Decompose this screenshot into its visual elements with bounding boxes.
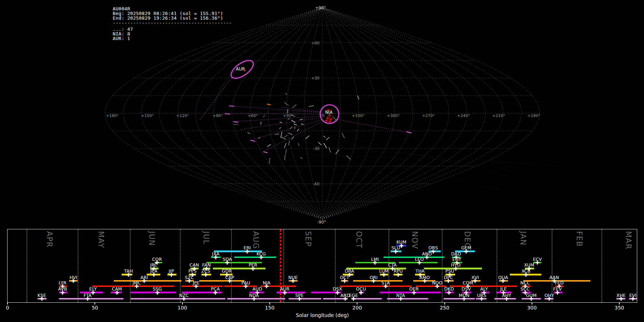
shower-label: EVI xyxy=(629,293,636,298)
meteor-dash xyxy=(324,143,327,148)
meteor-dash xyxy=(295,126,295,129)
lat-tick-label: +30 xyxy=(311,76,319,80)
meteor-dash xyxy=(291,120,296,123)
shower-bar xyxy=(353,280,402,282)
shower-label: ERI xyxy=(244,245,251,250)
faint-trace xyxy=(317,150,499,189)
shower-label: DSX xyxy=(333,287,342,291)
meteor-dash xyxy=(301,124,303,125)
meteor-dash xyxy=(263,115,265,117)
shower-label: RPU xyxy=(394,269,402,273)
trail-mark xyxy=(406,132,411,133)
shower-bar xyxy=(199,280,244,282)
shower-bar xyxy=(384,257,444,258)
shower-label: KCG xyxy=(257,252,266,256)
pole-label-north: +90° xyxy=(315,5,326,10)
shower-bar xyxy=(416,286,447,287)
lon-tick-label: +90° xyxy=(213,113,223,118)
axis-tick-label: 250 xyxy=(440,305,449,311)
shower-label: AAN xyxy=(549,275,559,280)
trail-mark xyxy=(263,152,268,153)
nia-trail xyxy=(233,116,321,122)
shower-label: EGE xyxy=(349,293,358,298)
meteor-dash xyxy=(336,150,339,154)
shower-label: XVI xyxy=(472,275,479,280)
month-label: JUN xyxy=(147,231,156,246)
radiant-label-nia: NIA xyxy=(325,110,333,115)
header-line: AUR: 1 xyxy=(113,36,232,41)
shower-label: SPE xyxy=(295,293,303,298)
shower-bar xyxy=(227,298,285,300)
shower-label: XUM xyxy=(524,263,535,267)
shower-label: OHY xyxy=(545,293,554,298)
shower-bar xyxy=(234,257,276,258)
faint-trace xyxy=(279,133,514,171)
lat-tick-label: +60 xyxy=(311,41,319,45)
faint-trace xyxy=(318,119,517,145)
meteor-dash xyxy=(306,136,309,139)
meteor-dash xyxy=(284,143,286,148)
month-label: JAN xyxy=(519,231,527,245)
shower-label: THA xyxy=(415,269,425,273)
activity-timeline-plot: APRMAYJUNJULAUGSEPOCTNOVDECJANFEBMARKSEL… xyxy=(7,229,637,303)
shower-label: GDR xyxy=(222,269,232,273)
shower-label: ARI xyxy=(141,275,148,280)
axis-tick xyxy=(94,302,95,304)
meteor-dash xyxy=(297,129,299,131)
axis-tick-label: 200 xyxy=(352,305,362,311)
axis-tick xyxy=(444,302,445,304)
shower-bar xyxy=(59,298,123,300)
lon-tick-label: +180° xyxy=(527,113,540,118)
shower-label: GUM xyxy=(526,293,537,298)
shower-label: FED xyxy=(555,280,564,285)
shower-label: LEO xyxy=(415,257,424,262)
axis-tick-label: 300 xyxy=(527,305,537,311)
shower-label: DKD xyxy=(444,287,454,291)
shower-label: NIA xyxy=(263,280,270,285)
shower-label: AMO xyxy=(419,275,430,280)
faint-trace xyxy=(316,133,413,163)
nia-trail xyxy=(225,114,321,114)
lon-tick-label: +270° xyxy=(422,113,435,118)
lon-tick-label: 0 xyxy=(322,113,325,118)
meteor-dash xyxy=(323,136,325,138)
shower-label: NUE xyxy=(288,275,298,280)
radiant-map-screen: +90°-90°+60+30-30-60+180°+150°+120°+90°+… xyxy=(0,0,644,322)
axis-tick-label: 150 xyxy=(265,305,275,311)
lon-tick-label: +180° xyxy=(106,113,119,118)
meteor-dash xyxy=(288,133,292,135)
meteor-dash xyxy=(261,122,261,125)
axis-tick-label: 100 xyxy=(177,305,187,311)
meteor-dash xyxy=(298,143,299,146)
lon-tick-label: +300° xyxy=(387,113,400,118)
meteor-dash xyxy=(326,137,330,140)
meteor-dash xyxy=(309,106,314,106)
header-line: ----------------------------------------… xyxy=(113,20,232,25)
lon-tick-label: +210° xyxy=(492,113,505,118)
month-label: JUL xyxy=(202,231,210,245)
trail-mark xyxy=(229,106,234,106)
meteor-dash xyxy=(280,122,282,123)
meteor-dash xyxy=(269,158,270,164)
shower-label: SDA xyxy=(223,257,232,262)
meteor-dash xyxy=(285,155,286,160)
shower-bar xyxy=(213,268,265,269)
shower-label: LYR xyxy=(59,280,67,285)
month-boundary-line xyxy=(231,229,232,302)
shower-label: KUM xyxy=(396,240,406,244)
faint-trace xyxy=(273,86,410,129)
shower-label: ORI xyxy=(370,275,377,280)
month-boundary-line xyxy=(442,229,443,302)
month-boundary-line xyxy=(26,229,27,302)
header-line: NIA: 8 xyxy=(113,31,232,36)
shower-bar xyxy=(114,280,181,282)
shower-bar xyxy=(131,298,225,300)
faint-trace xyxy=(319,57,483,133)
faint-trace xyxy=(298,154,513,163)
meteor-dash xyxy=(288,141,289,145)
faint-trace xyxy=(338,148,574,168)
shower-bar xyxy=(92,286,174,287)
meteor-dash xyxy=(267,144,271,147)
shower-label: KSE xyxy=(38,293,46,298)
faint-trace xyxy=(248,82,343,114)
